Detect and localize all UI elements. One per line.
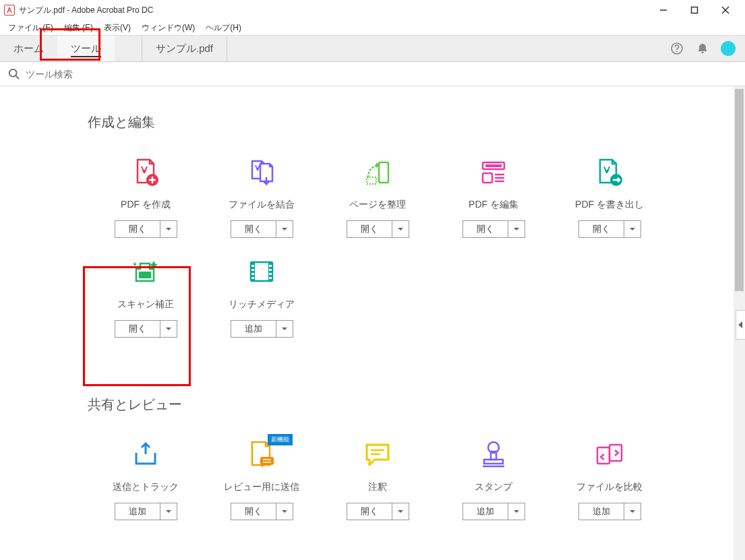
menu-help[interactable]: ヘルプ(H) (200, 21, 247, 35)
menu-edit[interactable]: 編集 (E) (59, 21, 98, 35)
chevron-down-icon[interactable] (160, 321, 177, 337)
chevron-down-icon[interactable] (624, 503, 640, 520)
svg-rect-18 (139, 272, 151, 278)
send-track-icon (129, 438, 162, 470)
window-maximize-button[interactable] (679, 0, 710, 20)
tool-label: ページを整理 (349, 199, 406, 211)
chevron-down-icon[interactable] (392, 503, 409, 520)
svg-point-5 (676, 51, 678, 53)
tool-organize-pages[interactable]: ページを整理 開く (320, 156, 436, 255)
tool-open-button[interactable]: 開く (231, 503, 293, 520)
tool-edit-pdf[interactable]: PDF を編集 開く (436, 156, 552, 255)
chevron-down-icon[interactable] (276, 503, 293, 520)
svg-rect-28 (269, 273, 272, 275)
search-icon (8, 68, 20, 80)
main-content: 作成と編集 PDF を作成 開く ファイルを結合 開く (0, 86, 745, 560)
svg-rect-13 (483, 173, 492, 183)
svg-rect-24 (251, 273, 254, 275)
tool-label: PDF を編集 (469, 199, 518, 211)
tool-send-track[interactable]: 送信とトラック 追加 (88, 438, 204, 538)
tool-label: 注釈 (368, 481, 387, 493)
new-feature-badge: 新機能 (268, 434, 293, 445)
tool-search-input[interactable] (26, 69, 737, 80)
tool-add-button[interactable]: 追加 (115, 503, 177, 520)
comment-icon (361, 438, 394, 470)
tool-open-button[interactable]: 開く (463, 220, 525, 238)
tool-combine-files[interactable]: ファイルを結合 開く (204, 156, 320, 255)
export-pdf-icon (593, 156, 626, 188)
chevron-down-icon[interactable] (508, 221, 525, 237)
tool-add-button[interactable]: 追加 (463, 503, 525, 520)
tool-label: 送信とトラック (113, 481, 179, 493)
chevron-down-icon[interactable] (160, 503, 177, 520)
tool-open-button[interactable]: 開く (347, 220, 409, 238)
create-pdf-icon (129, 156, 162, 188)
tool-export-pdf[interactable]: PDF を書き出し 開く (552, 156, 667, 255)
svg-rect-9 (379, 162, 388, 183)
svg-rect-30 (260, 457, 274, 465)
tool-create-pdf[interactable]: PDF を作成 開く (88, 156, 204, 255)
notifications-icon[interactable] (695, 41, 710, 56)
tool-grid-create-edit: PDF を作成 開く ファイルを結合 開く (88, 156, 745, 355)
tool-open-button[interactable]: 開く (115, 220, 177, 238)
section-share-review-title: 共有とレビュー (88, 396, 745, 414)
enhance-scans-icon (129, 255, 162, 288)
tool-compare-files[interactable]: ファイルを比較 追加 (552, 438, 667, 538)
tool-label: リッチメディア (229, 299, 295, 311)
section-create-edit-title: 作成と編集 (88, 113, 745, 131)
acrobat-icon (4, 5, 15, 15)
chevron-down-icon[interactable] (508, 503, 525, 520)
tool-send-review[interactable]: 新機能 レビュー用に送信 開く (204, 438, 320, 538)
edit-pdf-icon (477, 156, 510, 188)
chevron-down-icon[interactable] (624, 221, 640, 237)
compare-files-icon (593, 438, 626, 470)
chevron-down-icon[interactable] (276, 321, 293, 337)
tool-label: スキャン補正 (117, 299, 174, 311)
tool-comment[interactable]: 注釈 開く (320, 438, 436, 538)
tab-tools[interactable]: ツール (57, 36, 115, 61)
help-icon[interactable] (669, 41, 684, 56)
chevron-down-icon[interactable] (160, 221, 177, 237)
tool-open-button[interactable]: 開く (347, 503, 409, 520)
svg-line-7 (16, 75, 20, 79)
tool-search-row (0, 62, 745, 86)
tab-home[interactable]: ホーム (0, 36, 57, 61)
menu-file[interactable]: ファイル (F) (3, 21, 59, 35)
tool-grid-share-review: 送信とトラック 追加 新機能 レビュー用に送信 開く (88, 438, 745, 538)
rich-media-icon (245, 255, 278, 288)
tool-label: ファイルを比較 (576, 481, 643, 493)
window-close-button[interactable] (710, 0, 741, 20)
tab-document[interactable]: サンプル.pdf (142, 36, 227, 61)
tab-bar: ホーム ツール サンプル.pdf (0, 35, 745, 62)
tool-label: ファイルを結合 (229, 199, 295, 211)
svg-rect-27 (269, 269, 272, 271)
tool-stamp[interactable]: スタンプ 追加 (436, 438, 552, 538)
tool-rich-media[interactable]: リッチメディア 追加 (204, 255, 320, 355)
tool-enhance-scans[interactable]: スキャン補正 開く (88, 255, 204, 355)
svg-rect-22 (251, 265, 254, 267)
tool-add-button[interactable]: 追加 (578, 503, 641, 520)
svg-rect-1 (692, 7, 698, 13)
window-title: サンプル.pdf - Adobe Acrobat Pro DC (19, 5, 153, 16)
app-menubar: ファイル (F) 編集 (E) 表示(V) ウィンドウ(W) ヘルプ(H) (0, 20, 745, 35)
tool-label: レビュー用に送信 (224, 481, 299, 493)
svg-rect-37 (484, 460, 503, 464)
chevron-down-icon[interactable] (276, 221, 293, 237)
tool-label: PDF を書き出し (575, 199, 644, 211)
right-panel-expand-button[interactable] (736, 310, 745, 340)
combine-files-icon (245, 156, 278, 188)
svg-rect-10 (367, 177, 376, 184)
account-avatar[interactable] (721, 41, 736, 56)
tool-open-button[interactable]: 開く (578, 220, 641, 238)
stamp-icon (477, 438, 510, 470)
menu-window[interactable]: ウィンドウ(W) (136, 21, 200, 35)
svg-rect-40 (609, 445, 622, 461)
tool-open-button[interactable]: 開く (115, 320, 177, 338)
svg-rect-29 (269, 277, 272, 279)
chevron-down-icon[interactable] (392, 221, 409, 237)
tool-add-button[interactable]: 追加 (231, 320, 293, 338)
window-minimize-button[interactable] (648, 0, 679, 20)
menu-view[interactable]: 表示(V) (98, 21, 136, 35)
tool-label: スタンプ (475, 481, 512, 493)
tool-open-button[interactable]: 開く (231, 220, 293, 238)
